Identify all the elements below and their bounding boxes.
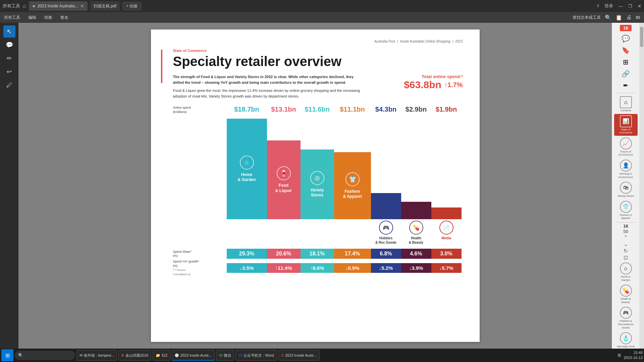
ss-5: 4.6% [401,249,431,259]
v-scroll-thumb[interactable] [640,27,643,47]
sidebar-icon-grid[interactable]: ⊞ [614,56,638,68]
taskbar-app-acrobat[interactable]: A 2023 Inside Austr... [278,350,320,361]
tool-comment[interactable]: 💬 [3,39,15,51]
taskbar-datetime: 15:40 2023-10-13 [624,350,643,361]
sidebar-icon-link[interactable]: 🔗 [614,68,638,79]
start-button[interactable]: ⊞ [1,349,13,361]
menu-button[interactable]: 所有工具 [3,3,20,9]
bar-6-icon: 📄 [439,221,453,235]
comments-icon: 💬 [622,35,630,43]
hobbies-rec-icon: 🎮 [620,307,632,319]
future-label: Future ofeCommerce [619,150,633,157]
minimize-btn[interactable]: — [619,4,623,9]
sidebar-nav-hobbies[interactable]: 🎮 Hobbies &RecreationalGoods [614,305,638,330]
yoy-3: ↓0.9% [334,263,371,273]
print-icon[interactable]: 🖨 [626,14,632,20]
sidebar-nav-winning[interactable]: 👤 Winning ineCommerce [614,158,638,180]
title-bar: 所有工具 ⌂ ★ 2023 Inside Australia... ✕ 扫描文稿… [0,0,644,12]
sidebar-nav-state[interactable]: 📊 State of Commerce [614,114,638,136]
toolbar-edit[interactable]: 编辑 [28,15,36,20]
contents-icon: ⌂ [620,96,632,108]
variety-icon: 🛍 [620,182,632,194]
window-close-btn[interactable]: ✕ [638,4,641,9]
home-garden-label: Home &Garden [621,275,631,282]
help-icon[interactable]: ? [597,4,599,9]
tool-undo[interactable]: ↩ [3,66,15,78]
taskbar: ⊞ 🔍 ✉ 收件箱 - benjami... K 金山词霸2016 📁 EIZ … [0,349,644,362]
right-sidebar-divider2 [616,222,636,223]
tab-active[interactable]: ★ 2023 Inside Australia... ✕ [29,1,88,11]
tool-pen[interactable]: 🖊 [3,79,15,91]
sidebar-nav-specialty[interactable]: 🧴 Specialty Food& Liquor [614,331,638,349]
total-amount-row: $63.8bn ↑1.7% [376,79,463,90]
eiz-icon: 📁 [156,353,160,358]
word-label: 公众号软文 - Word [244,353,274,358]
winning-label: Winning ineCommerce [619,172,633,179]
tab-title: 2023 Inside Australia... [38,4,78,8]
bar-0-icon: ⌂ [240,156,254,170]
chart-area: Online spend($ billions) $18.7bn $13.1bn… [173,106,463,277]
bar-1-icon: 🍷 [277,166,291,180]
total-spend-area: Total online spend:² $63.8bn ↑1.7% [376,74,463,99]
scroll-up[interactable]: ⌃ [624,234,628,241]
maximize-btn[interactable]: ❐ [628,4,632,9]
spend-val-0: $18.7bn [227,106,267,113]
tool-select[interactable]: ↖ [3,25,15,38]
taskbar-app-wechat[interactable]: W 微信 [216,350,234,361]
taskbar-time: 15:40 [624,350,643,355]
toolbar-sign[interactable]: 签名 [60,15,68,20]
sidebar-nav-contents[interactable]: ⌂ Contents [614,95,638,114]
page-num-badge: 16 [620,25,631,31]
v-scrollbar[interactable] [639,23,644,349]
tab-close[interactable]: ✕ [80,3,84,9]
bar-6 [431,207,462,219]
taskbar-lang[interactable]: 英 [618,353,621,358]
share-icon[interactable]: ✉ [636,14,640,21]
total-amount: $63.8bn [404,79,441,90]
spend-val-3: $11.1bn [334,106,371,113]
refresh-btn[interactable]: ↻ [624,248,628,254]
intro-text-area: The strength of Food & Liquor and Variet… [173,74,362,99]
taskbar-app-chrome[interactable]: ⬤ 2023 Inside Austr... [172,350,215,361]
ss-2: 18.1% [301,249,334,259]
future-icon: 📈 [620,137,632,149]
bar-1-label: Food& Liquor [275,183,292,193]
search-icon[interactable]: 🔍 [605,14,611,21]
toolbar-convert[interactable]: 转换 [44,15,52,20]
bar-2-icon: ◎ [310,171,324,185]
find-text-label: 查找文本或工具 [573,15,601,20]
sidebar-nav-variety[interactable]: 🛍 Variety Stores [614,180,638,199]
sidebar-nav-future[interactable]: 📈 Future ofeCommerce [614,136,638,158]
health-icon-area: 💊 Health& Beauty [401,221,431,245]
taskbar-app-mail[interactable]: ✉ 收件箱 - benjami... [76,350,117,361]
sidebar-nav-fashion[interactable]: 👕 Fashion &Apparel [614,199,638,221]
taskbar-app-word[interactable]: W 公众号软文 - Word [235,350,277,361]
header-sep2: | [452,40,453,43]
taskbar-app-eiz[interactable]: 📁 EIZ [153,350,170,361]
sidebar-icon-comments[interactable]: 💬 [614,33,638,44]
specialty-food-icon: 🧴 [620,332,632,344]
scroll-down[interactable]: ⌄ [624,241,628,247]
acrobat-icon: A [281,353,284,357]
tool-draw[interactable]: ✏ [3,52,15,64]
fit-width-btn[interactable]: ⊡ [624,254,628,261]
grid-icon: ⊞ [623,58,629,66]
tab-inactive[interactable]: 扫描文稿.pdf [90,1,120,11]
toolbar-all-tools[interactable]: 所有工具 [4,15,20,20]
taskbar-app-dict[interactable]: K 金山词霸2016 [118,350,151,361]
sidebar-icon-bookmarks[interactable]: 🔖 [614,45,638,56]
sidebar-nav-home[interactable]: ⌂ Home &Garden [614,261,638,283]
home-button[interactable]: ⌂ [23,3,26,9]
sidebar-nav-health[interactable]: 💊 Health &Beauty [614,283,638,305]
save-icon[interactable]: 📋 [615,14,622,21]
pdf-scroll-area[interactable]: Australia Post | Inside Australian Onlin… [18,23,612,349]
sidebar-icon-pen[interactable]: ✒ [614,80,638,91]
pen-icon: ✒ [623,81,629,89]
state-label: State of Commerce [615,128,636,134]
create-button[interactable]: + 创建 [122,2,141,10]
bar-0-label: Home& Garden [237,172,256,183]
taskbar-search-box[interactable]: 🔍 [15,351,75,360]
health-beauty-label: Health &Beauty [621,297,631,304]
login-btn[interactable]: 登录 [604,3,613,9]
intro-normal-text: Food & Liquor grew the most: the impress… [173,88,362,99]
